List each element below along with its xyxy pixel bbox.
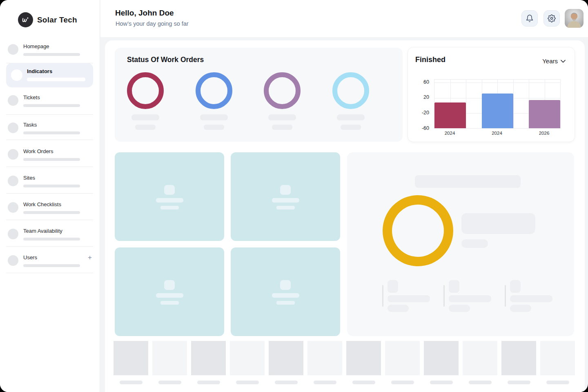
- nav-item-icon: [8, 149, 18, 160]
- carousel-item[interactable]: [269, 341, 303, 384]
- nav-divider: [6, 246, 93, 247]
- legend-swatch-skeleton: [449, 280, 459, 293]
- app-window: Solar Tech HomepageIndicatorsTicketsTask…: [0, 0, 588, 392]
- bell-icon: [526, 14, 534, 22]
- sidebar-item-work-orders[interactable]: Work Orders: [0, 147, 100, 168]
- sidebar-item-sites[interactable]: Sites: [0, 174, 100, 194]
- skeleton-icon-block: [164, 280, 175, 290]
- finished-card-title: Finished: [415, 56, 445, 64]
- carousel-item[interactable]: [463, 341, 497, 384]
- dashboard-content: Status Of Work Orders Finished Years 602…: [105, 40, 585, 392]
- carousel-item[interactable]: [307, 341, 342, 384]
- carousel-caption-skeleton: [391, 381, 414, 384]
- notifications-button[interactable]: [521, 10, 538, 27]
- nav-divider: [6, 273, 93, 273]
- skeleton-text-line: [156, 198, 183, 203]
- nav-item-skeleton: [23, 131, 80, 134]
- carousel-item[interactable]: [191, 341, 226, 384]
- sidebar: Solar Tech HomepageIndicatorsTicketsTask…: [0, 0, 100, 392]
- nav-divider: [6, 140, 93, 140]
- gridline-vertical: [513, 80, 514, 128]
- skeleton-text-line: [276, 206, 295, 209]
- nav-item-skeleton: [23, 238, 80, 241]
- chart-bar-2026: [529, 100, 560, 128]
- carousel-thumbnail-skeleton: [152, 341, 187, 375]
- nav-item-label: Homepage: [23, 43, 49, 49]
- legend-divider-line: [505, 285, 506, 307]
- carousel-caption-skeleton: [158, 381, 181, 384]
- bottom-skeleton-carousel[interactable]: [114, 341, 575, 384]
- nav-item-label: Work Orders: [23, 148, 53, 154]
- sidebar-item-tickets[interactable]: Tickets: [0, 94, 100, 114]
- nav-item-skeleton: [23, 53, 80, 56]
- chevron-down-icon: [561, 60, 566, 63]
- skeleton-icon-block: [280, 185, 291, 195]
- carousel-item[interactable]: [385, 341, 420, 384]
- status-donut-ring-3: [264, 72, 301, 109]
- nav-item-label: Indicators: [27, 68, 52, 74]
- sidebar-item-indicators[interactable]: Indicators: [6, 63, 93, 87]
- finished-chart-card: Finished Years 6020-20-60202420242026: [408, 47, 575, 142]
- sidebar-item-work-checklists[interactable]: Work Checklists: [0, 200, 100, 221]
- carousel-caption-skeleton: [120, 381, 143, 384]
- carousel-item[interactable]: [424, 341, 459, 384]
- overview-title-skeleton: [415, 175, 521, 188]
- legend-divider-line: [443, 285, 445, 307]
- carousel-item[interactable]: [346, 341, 381, 384]
- carousel-item[interactable]: [230, 341, 265, 384]
- nav-item-skeleton: [23, 185, 80, 187]
- y-axis-tick-label: 60: [413, 79, 429, 85]
- nav-item-label: Tasks: [23, 122, 37, 128]
- skeleton-text-line: [156, 293, 183, 298]
- legend-text-skeleton: [449, 295, 491, 302]
- carousel-thumbnail-skeleton: [424, 341, 459, 375]
- sidebar-item-team-availability[interactable]: Team Availability: [0, 227, 100, 247]
- carousel-caption-skeleton: [352, 381, 375, 384]
- legend-swatch-skeleton: [510, 280, 521, 293]
- legend-divider-line: [382, 285, 383, 307]
- years-dropdown[interactable]: Years: [542, 58, 566, 65]
- nav-item-skeleton: [23, 104, 80, 107]
- carousel-thumbnail-skeleton: [230, 341, 265, 375]
- carousel-thumbnail-skeleton: [346, 341, 381, 375]
- summary-skeleton-card[interactable]: [231, 247, 340, 336]
- y-axis-tick-label: -20: [413, 110, 429, 116]
- summary-skeleton-card[interactable]: [115, 152, 224, 241]
- page-subtitle: How’s your day going so far: [116, 20, 189, 27]
- nav-item-skeleton: [27, 78, 85, 81]
- legend-subtext-skeleton: [510, 305, 531, 312]
- carousel-item[interactable]: [540, 341, 575, 384]
- carousel-item[interactable]: [114, 341, 148, 384]
- user-avatar[interactable]: [565, 9, 584, 28]
- overview-skeleton-card: [347, 152, 574, 336]
- nav-item-label: Users: [23, 254, 37, 261]
- legend-text-skeleton: [510, 295, 552, 302]
- summary-skeleton-card[interactable]: [231, 152, 340, 241]
- chart-bar-2024: [482, 94, 513, 128]
- skeleton-text-line: [276, 301, 295, 305]
- nav-item-skeleton: [23, 211, 80, 214]
- years-dropdown-label: Years: [542, 58, 558, 65]
- sidebar-item-homepage[interactable]: Homepage: [0, 42, 100, 63]
- nav-item-skeleton: [23, 264, 80, 267]
- gridline-horizontal: [434, 82, 560, 83]
- chart-bar-2024: [434, 102, 466, 128]
- carousel-item[interactable]: [152, 341, 187, 384]
- x-axis-tick-label: 2026: [532, 131, 557, 136]
- summary-skeleton-card[interactable]: [115, 247, 224, 336]
- add-user-button[interactable]: +: [88, 254, 92, 262]
- overview-caption-skeleton: [461, 239, 488, 248]
- settings-button[interactable]: [543, 10, 560, 27]
- nav-item-skeleton: [23, 158, 80, 161]
- sidebar-item-users[interactable]: Users+: [0, 254, 100, 274]
- legend-item: [505, 280, 558, 323]
- status-sublabel-skeleton: [341, 125, 361, 130]
- carousel-item[interactable]: [501, 341, 536, 384]
- sidebar-item-tasks[interactable]: Tasks: [0, 121, 100, 141]
- nav-item-icon: [11, 69, 22, 81]
- status-label-skeleton: [200, 114, 228, 120]
- carousel-caption-skeleton: [314, 381, 336, 384]
- nav-item-label: Sites: [23, 175, 35, 181]
- status-card-title: Status Of Work Orders: [127, 56, 204, 64]
- x-axis-tick-label: 2024: [485, 131, 509, 136]
